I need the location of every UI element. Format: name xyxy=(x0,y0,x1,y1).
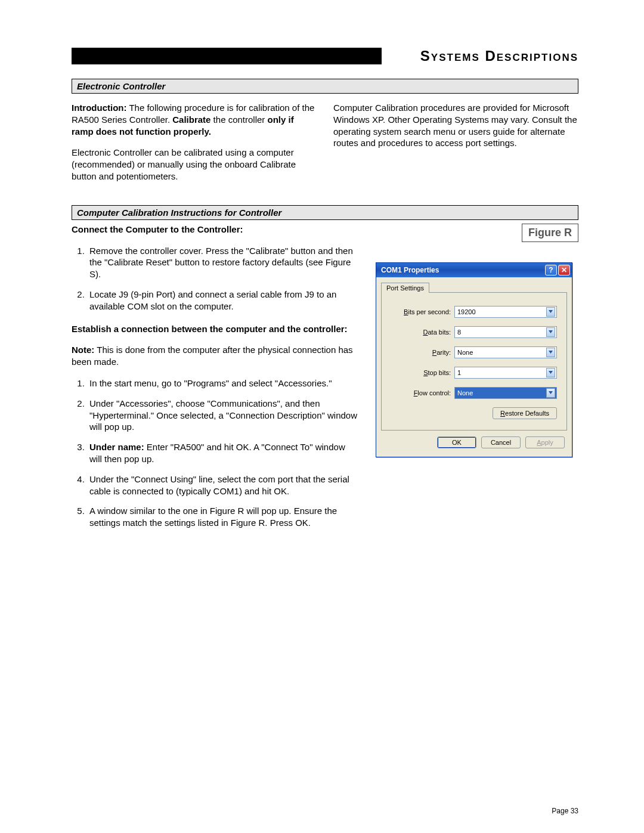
help-button[interactable]: ? xyxy=(545,265,557,275)
list-item: A window similar to the one in Figure R … xyxy=(87,505,359,529)
stop-bits-value: 1 xyxy=(457,369,461,376)
page-title: Systems Descriptions xyxy=(420,48,578,64)
introduction-label: Introduction: xyxy=(72,103,126,113)
bits-per-second-label: Bits per second: xyxy=(391,308,451,315)
list-item: Under name: Enter "RA500" and hit OK. A … xyxy=(87,441,359,465)
data-bits-value: 8 xyxy=(457,329,461,336)
stop-bits-label: Stop bits: xyxy=(391,369,451,376)
data-bits-label: Data bits: xyxy=(391,329,451,336)
section-electronic-controller: Electronic Controller xyxy=(72,79,578,94)
list-item: In the start menu, go to "Programs" and … xyxy=(87,377,359,389)
intro-paragraph-2: Electronic Controller can be calibrated … xyxy=(72,147,317,182)
port-settings-panel: Bits per second: 19200 Data bits: 8 xyxy=(381,292,567,431)
connect-heading: Connect the Computer to the Controller: xyxy=(72,224,359,236)
header-black-bar xyxy=(72,48,382,64)
figure-label: Figure R xyxy=(522,224,578,242)
list-item: Under the "Connect Using" line, select t… xyxy=(87,473,359,497)
chevron-down-icon xyxy=(546,348,555,357)
flow-control-label: Flow control: xyxy=(391,389,451,397)
flow-control-select[interactable]: None xyxy=(454,387,557,399)
help-icon: ? xyxy=(549,266,553,274)
com1-properties-dialog: COM1 Properties ? ✕ Port Settings Bits p… xyxy=(376,262,572,457)
intro-right-col: Computer Calibration procedures are prov… xyxy=(333,102,578,149)
chevron-down-icon xyxy=(546,327,555,337)
list-item: Locate J9 (9-pin Port) and connect a ser… xyxy=(87,289,359,312)
restore-defaults-button[interactable]: Restore Defaults xyxy=(493,407,557,419)
parity-select[interactable]: None xyxy=(454,346,557,358)
dialog-titlebar[interactable]: COM1 Properties ? ✕ xyxy=(376,263,572,277)
chevron-down-icon xyxy=(546,368,555,377)
flow-control-value: None xyxy=(457,389,473,397)
stop-bits-select[interactable]: 1 xyxy=(454,367,557,379)
establish-steps: In the start menu, go to "Programs" and … xyxy=(72,377,359,529)
bits-per-second-value: 19200 xyxy=(457,308,476,315)
list-item: Remove the controller cover. Press the "… xyxy=(87,245,359,280)
dialog-title: COM1 Properties xyxy=(381,266,544,274)
apply-button[interactable]: Apply xyxy=(525,436,565,448)
cancel-button[interactable]: Cancel xyxy=(481,436,521,448)
parity-value: None xyxy=(457,349,473,356)
connect-steps: Remove the controller cover. Press the "… xyxy=(72,245,359,312)
list-item: Under "Accessories", choose "Communicati… xyxy=(87,398,359,433)
section-computer-calibration: Computer Calibration Instructions for Co… xyxy=(72,205,578,220)
header: Systems Descriptions xyxy=(72,48,578,66)
note-paragraph: Note: This is done from the computer aft… xyxy=(72,344,359,368)
establish-heading: Establish a connection between the compu… xyxy=(72,323,359,335)
tab-port-settings[interactable]: Port Settings xyxy=(381,283,429,293)
note-label: Note: xyxy=(72,345,94,355)
page-number: Page 33 xyxy=(552,807,578,815)
parity-label: Parity: xyxy=(391,349,451,356)
chevron-down-icon xyxy=(546,307,555,317)
ok-button[interactable]: OK xyxy=(437,436,476,448)
bits-per-second-select[interactable]: 19200 xyxy=(454,306,557,318)
intro-paragraph-1: Introduction: The following procedure is… xyxy=(72,102,317,137)
close-button[interactable]: ✕ xyxy=(558,265,570,275)
data-bits-select[interactable]: 8 xyxy=(454,326,557,338)
close-icon: ✕ xyxy=(561,266,567,274)
chevron-down-icon xyxy=(546,388,555,398)
